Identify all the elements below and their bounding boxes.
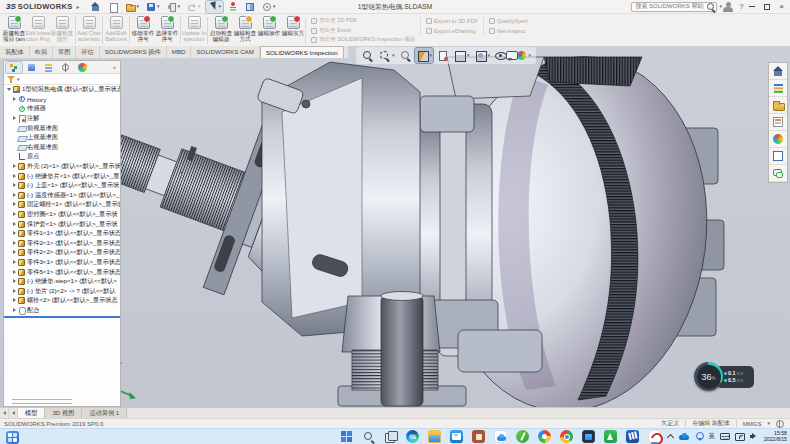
help-search-input[interactable]: 搜索 SOLIDWORKS 帮助 ▾ (631, 2, 717, 12)
solidworks-button[interactable] (648, 430, 661, 444)
tree-item[interactable]: 传感器 (4, 104, 120, 114)
expand-arrow-icon[interactable] (12, 202, 16, 208)
home-button[interactable] (89, 1, 103, 13)
onedrive-icon[interactable] (679, 433, 690, 441)
word-app-button[interactable] (626, 430, 639, 444)
expand-arrow-icon[interactable] (12, 307, 16, 313)
panel-grip[interactable] (12, 403, 72, 404)
store-button[interactable] (472, 430, 485, 444)
file-explorer-button[interactable] (428, 430, 441, 444)
tree-item[interactable]: 螺栓<2> (默认<<默认>_显示状态 (4, 296, 120, 306)
ribbon-button-9[interactable]: 编辑检查方式 (233, 15, 257, 46)
browser-360-button[interactable] (538, 430, 551, 444)
ribbon-button-7[interactable]: Update Inspection Project (182, 15, 206, 46)
undo-button[interactable]: ▾ (185, 1, 203, 13)
cast-icon[interactable] (735, 433, 745, 441)
expand-arrow-icon[interactable] (12, 173, 16, 179)
file-explorer-tab[interactable] (769, 97, 787, 114)
design-library-tab[interactable] (769, 80, 787, 97)
widgets-button[interactable] (6, 431, 19, 444)
expand-arrow-icon[interactable] (12, 279, 16, 285)
view-tab-1[interactable]: 3D 视图 (45, 408, 82, 418)
tree-item[interactable]: (-) 绝缘垫.step<1> (默认<<默认> (4, 277, 120, 287)
panel-collapse-button[interactable]: « (113, 64, 118, 70)
wps-button[interactable] (604, 430, 617, 444)
dimxpertmanager-tab[interactable] (57, 62, 73, 73)
units-caret-icon[interactable]: ▾ (767, 421, 770, 426)
expand-arrow-icon[interactable] (12, 164, 16, 170)
taskbar-clock[interactable]: 15:582022/8/15 (764, 431, 787, 443)
rebuild-button[interactable] (226, 1, 240, 13)
tree-item[interactable]: 保护套<1> (默认<<默认>_显示状 (4, 219, 120, 229)
tree-item[interactable]: (-) 上盖<1> (默认<<默认>_显示状 (4, 181, 120, 191)
featuremanager-tab[interactable] (6, 62, 22, 73)
tree-item[interactable]: 原点 (4, 152, 120, 162)
tray-chevron-icon[interactable] (667, 433, 674, 440)
tree-item[interactable]: 注解 (4, 114, 120, 124)
tree-item[interactable]: 配合 (4, 306, 120, 316)
export-item[interactable]: QualityXpert (489, 17, 528, 26)
panel-grip[interactable] (12, 399, 72, 400)
mail-button[interactable] (450, 430, 463, 444)
custom-properties-tab[interactable] (769, 148, 787, 165)
commandmanager-tab-1[interactable]: 布局 (30, 46, 53, 58)
view-tab-0[interactable]: 模型 (18, 408, 45, 418)
expand-arrow-icon[interactable] (12, 298, 16, 304)
green-app-button[interactable] (516, 430, 529, 444)
tree-item[interactable]: (-) 绝缘垫片<1> (默认<<默认>_显 (4, 171, 120, 181)
ribbon-button-10[interactable]: 编辑操作 (257, 15, 281, 46)
expand-arrow-icon[interactable] (12, 288, 16, 294)
usage-gauge[interactable]: 36 % (694, 362, 723, 391)
expand-arrow-icon[interactable] (7, 87, 11, 93)
expand-arrow-icon[interactable] (12, 269, 16, 275)
commandmanager-tab-4[interactable]: SOLIDWORKS 插件 (100, 46, 167, 58)
save-button[interactable]: ▾ (144, 1, 162, 13)
commandmanager-tab-6[interactable]: SOLIDWORKS CAM (191, 46, 259, 58)
close-button[interactable]: × (779, 2, 784, 11)
minimize-button[interactable] (749, 6, 755, 7)
tree-item[interactable]: 固定螺栓<1> (默认<<默认>_显示状 (4, 200, 120, 210)
export-item[interactable]: Export eDrawing (426, 27, 478, 36)
expand-arrow-icon[interactable] (12, 116, 16, 122)
expand-arrow-icon[interactable] (12, 183, 16, 189)
expand-arrow-icon[interactable] (12, 221, 16, 227)
ribbon-button-2[interactable]: 新建检查报告 (50, 15, 74, 46)
task-view-button[interactable] (384, 430, 397, 444)
expand-arrow-icon[interactable] (12, 250, 16, 256)
ribbon-button-5[interactable]: 移除零件序号 (131, 15, 155, 46)
ribbon-button-6[interactable]: 选择零件序号 (155, 15, 179, 46)
propertymanager-tab[interactable] (23, 62, 39, 73)
volume-icon[interactable] (750, 433, 759, 441)
tag-icon[interactable] (776, 420, 784, 428)
solidworks-forum-tab[interactable] (769, 165, 787, 182)
zoom-fit-button[interactable] (360, 48, 375, 63)
tree-item[interactable]: 零件2<1> (默认<<默认>_显示状态 (4, 239, 120, 249)
options-button[interactable]: ▾ (260, 1, 278, 13)
previous-view-button[interactable] (398, 48, 413, 63)
tree-root-item[interactable]: 1型铠装热电偶 (默认<默认_显示状态-1 (4, 85, 120, 95)
search-caret-icon[interactable]: ▾ (719, 4, 722, 9)
tree-item[interactable]: 密封圈<1> (默认<<默认>_显示状 (4, 210, 120, 220)
appearances-scenes-tab[interactable] (769, 131, 787, 148)
ribbon-button-1[interactable]: Edit Inspection Project (26, 15, 50, 46)
ime-keyboard-icon[interactable] (720, 433, 730, 440)
tree-filter[interactable]: ▾ (4, 74, 120, 85)
view-orientation-button[interactable]: ▾ (452, 48, 471, 63)
display-settings-button[interactable] (243, 1, 257, 13)
export-item[interactable]: 导出至 2D PDF (311, 17, 415, 26)
tree-item[interactable]: (-) 温度传感器<1> (默认<<默认>_ (4, 191, 120, 201)
commandmanager-tab-5[interactable]: MBD (167, 46, 192, 58)
restore-button[interactable] (764, 4, 770, 10)
display-style-button[interactable]: ▾ (473, 48, 492, 63)
export-item[interactable]: 导出至 SOLIDWORKS Inspection 项目 (311, 36, 415, 45)
export-item[interactable]: Net-Inspect (489, 27, 528, 36)
annotation-button[interactable] (435, 48, 450, 63)
panel-splitter[interactable] (4, 316, 120, 318)
expand-arrow-icon[interactable] (12, 231, 16, 237)
search-button[interactable] (362, 430, 375, 444)
ribbon-button-11[interactable]: 编辑实方 (281, 15, 305, 46)
view-palette-tab[interactable] (769, 114, 787, 131)
ribbon-button-8[interactable]: 启动检查编辑器 (209, 15, 233, 46)
ime-language-indicator[interactable]: 英 (708, 432, 715, 441)
commandmanager-tab-2[interactable]: 草图 (53, 46, 76, 58)
